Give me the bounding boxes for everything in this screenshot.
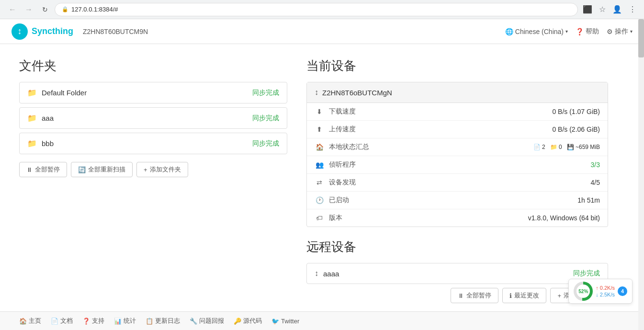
brand-name: Syncthing bbox=[32, 26, 73, 36]
help-link[interactable]: ❓ 帮助 bbox=[576, 27, 599, 36]
pause-remote-icon: ⏸ bbox=[458, 292, 464, 299]
recent-changes-button[interactable]: ℹ 最近更改 bbox=[502, 288, 546, 303]
navbar: ↕ Syncthing Z2HN8T60BUTCM9N 🌐 Chinese (C… bbox=[0, 19, 644, 44]
folder-card-2[interactable]: 📁 bbb 同步完成 bbox=[19, 133, 287, 154]
actions-link[interactable]: ⚙ 操作 ▾ bbox=[607, 27, 633, 36]
remote-device-card-0[interactable]: ↕ aaaa 同步完成 bbox=[306, 263, 608, 284]
progress-circle: 52% bbox=[574, 282, 593, 301]
folder-icon-0: 📁 bbox=[27, 88, 37, 97]
footer-link-stats[interactable]: 📊 统计 bbox=[114, 317, 136, 325]
address-bar[interactable]: 🔒 127.0.0.1:8384/# bbox=[55, 3, 578, 16]
down-arrow-icon: ↓ bbox=[596, 292, 599, 297]
speed-indicator: 52% ↑ 0.2K/s ↓ 2.5K/s 4 bbox=[568, 279, 633, 304]
rescan-all-button[interactable]: 🔄 全部重新扫描 bbox=[71, 162, 133, 177]
source-icon: 🔑 bbox=[234, 318, 241, 325]
file-icon: 📄 2 bbox=[533, 144, 545, 150]
forward-button[interactable]: → bbox=[22, 3, 35, 16]
docs-icon: 📄 bbox=[51, 318, 58, 325]
gear-icon: ⚙ bbox=[607, 28, 613, 35]
progress-text: 52% bbox=[578, 289, 588, 294]
listener-icon: 👥 bbox=[315, 161, 324, 169]
footer-link-twitter[interactable]: 🐦 Twitter bbox=[271, 318, 299, 325]
local-label: 本地状态汇总 bbox=[329, 143, 533, 151]
folder-card-1[interactable]: 📁 aaa 同步完成 bbox=[19, 107, 287, 129]
device-row-download: ⬇ 下载速度 0 B/s (1.07 GiB) bbox=[307, 103, 608, 121]
menu-icon[interactable]: ⋮ bbox=[627, 3, 638, 16]
folder-status-0: 同步完成 bbox=[252, 89, 279, 97]
footer-link-docs[interactable]: 📄 文档 bbox=[51, 317, 73, 325]
pause-all-remote-button[interactable]: ⏸ 全部暂停 bbox=[451, 288, 498, 303]
scrollbar-thumb[interactable] bbox=[638, 19, 644, 57]
device-row-listeners: 👥 侦听程序 3/3 bbox=[307, 156, 608, 174]
lock-icon: 🔒 bbox=[62, 6, 68, 12]
local-value: 📄 2 📁 0 💾 ~659 MiB bbox=[533, 144, 600, 150]
support-icon: ❓ bbox=[82, 318, 90, 325]
folder-count-icon: 📁 0 bbox=[550, 144, 562, 150]
globe-icon: 🌐 bbox=[505, 28, 513, 35]
cast-icon[interactable]: ⬛ bbox=[581, 3, 594, 16]
version-value: v1.8.0, Windows (64 bit) bbox=[528, 214, 600, 222]
add-remote-icon: + bbox=[557, 292, 561, 299]
current-device-panel: ↕ Z2HN8T6oBUTCMgN ⬇ 下载速度 0 B/s (1.07 GiB… bbox=[306, 82, 608, 227]
download-icon: ⬇ bbox=[315, 108, 324, 115]
footer-link-support[interactable]: ❓ 支持 bbox=[82, 317, 104, 325]
pause-all-folders-button[interactable]: ⏸ 全部暂停 bbox=[19, 162, 67, 177]
device-rows: ⬇ 下载速度 0 B/s (1.07 GiB) ⬆ 上传速度 0 B/s (2.… bbox=[307, 103, 608, 227]
speed-details: ↑ 0.2K/s ↓ 2.5K/s bbox=[596, 285, 615, 297]
bookmark-icon[interactable]: ☆ bbox=[597, 3, 608, 16]
footer-link-home[interactable]: 🏠 主页 bbox=[19, 317, 41, 325]
url-text: 127.0.0.1:8384/# bbox=[71, 6, 118, 13]
reload-button[interactable]: ↻ bbox=[38, 3, 52, 16]
footer-link-bugreport[interactable]: 🔧 问题回报 bbox=[190, 317, 224, 325]
folder-name-1: aaa bbox=[42, 114, 252, 122]
twitter-icon: 🐦 bbox=[271, 318, 279, 325]
scrollbar[interactable] bbox=[638, 19, 644, 330]
upload-label: 上传速度 bbox=[329, 125, 552, 134]
chevron-down-icon: ▾ bbox=[565, 29, 568, 34]
add-folder-button[interactable]: + 添加文件夹 bbox=[136, 162, 188, 177]
discovery-label: 设备发现 bbox=[329, 178, 591, 187]
brand: ↕ Syncthing bbox=[11, 23, 73, 40]
footer: 🏠 主页 📄 文档 ❓ 支持 📊 统计 📋 更新日志 🔧 问题回报 🔑 源代码 … bbox=[0, 311, 644, 330]
actions-chevron-icon: ▾ bbox=[630, 29, 633, 34]
download-value: 0 B/s (1.07 GiB) bbox=[552, 108, 600, 115]
folder-status-2: 同步完成 bbox=[252, 139, 279, 148]
home-icon: 🏠 bbox=[315, 143, 324, 151]
help-icon: ❓ bbox=[576, 28, 584, 35]
uptime-value: 1h 51m bbox=[577, 196, 600, 204]
footer-link-source[interactable]: 🔑 源代码 bbox=[234, 317, 262, 325]
footer-link-changelog[interactable]: 📋 更新日志 bbox=[146, 317, 180, 325]
folder-actions: ⏸ 全部暂停 🔄 全部重新扫描 + 添加文件夹 bbox=[19, 162, 287, 177]
current-device-title: 当前设备 bbox=[306, 57, 608, 74]
device-sync-icon: ↕ bbox=[315, 88, 318, 97]
uptime-label: 已启动 bbox=[329, 196, 577, 205]
folders-title: 文件夹 bbox=[19, 57, 287, 74]
folder-name-2: bbb bbox=[42, 139, 252, 148]
discovery-value: 4/5 bbox=[591, 179, 600, 186]
changelog-icon: 📋 bbox=[146, 318, 153, 325]
clock-icon: 🕐 bbox=[315, 196, 324, 204]
download-label: 下载速度 bbox=[329, 107, 552, 116]
current-device-name: Z2HN8T6oBUTCMgN bbox=[322, 89, 392, 97]
device-row-upload: ⬆ 上传速度 0 B/s (2.06 GiB) bbox=[307, 121, 608, 138]
upload-icon: ⬆ bbox=[315, 125, 324, 133]
back-button[interactable]: ← bbox=[6, 3, 19, 16]
folder-card-0[interactable]: 📁 Default Folder 同步完成 bbox=[19, 82, 287, 103]
notification-badge: 4 bbox=[618, 286, 627, 296]
remote-actions: ⏸ 全部暂停 ℹ 最近更改 + 添加远程设备 bbox=[306, 288, 608, 303]
tag-icon: 🏷 bbox=[315, 214, 324, 222]
folder-icon-2: 📁 bbox=[27, 139, 37, 148]
listeners-label: 侦听程序 bbox=[329, 160, 591, 169]
device-row-local: 🏠 本地状态汇总 📄 2 📁 0 💾 ~659 MiB bbox=[307, 138, 608, 156]
device-row-discovery: ⇄ 设备发现 4/5 bbox=[307, 174, 608, 192]
info-icon: ℹ bbox=[509, 292, 512, 299]
up-arrow-icon: ↑ bbox=[596, 285, 599, 291]
profile-icon[interactable]: 👤 bbox=[610, 3, 624, 16]
language-selector[interactable]: 🌐 Chinese (China) ▾ bbox=[505, 28, 568, 35]
folder-name-0: Default Folder bbox=[42, 89, 252, 97]
folder-status-1: 同步完成 bbox=[252, 114, 279, 123]
remote-device-name-0: aaaa bbox=[323, 270, 573, 278]
version-label: 版本 bbox=[329, 214, 528, 222]
listeners-value: 3/3 bbox=[591, 161, 600, 169]
left-panel: 文件夹 📁 Default Folder 同步完成 📁 aaa 同步完成 📁 b… bbox=[19, 57, 287, 303]
